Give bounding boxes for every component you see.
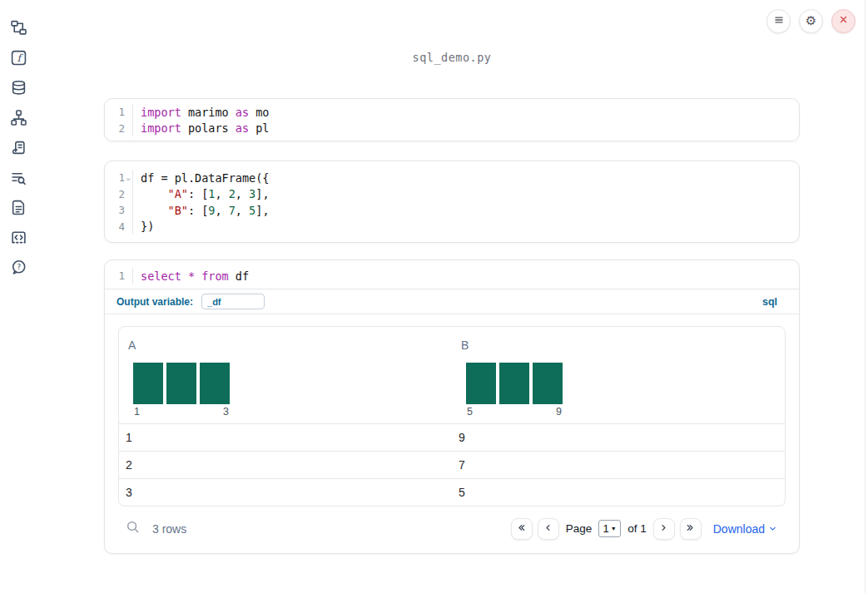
language-badge: sql bbox=[762, 296, 777, 308]
chevrons-left-icon bbox=[516, 521, 527, 536]
page-select[interactable]: 1 ▼ bbox=[598, 520, 621, 537]
code-snippet-icon[interactable] bbox=[9, 230, 27, 245]
column-name: B bbox=[461, 339, 776, 352]
axis-min-label: 5 bbox=[467, 406, 473, 418]
page-total-label: of 1 bbox=[627, 522, 647, 535]
search-icon[interactable] bbox=[126, 520, 140, 537]
column-header-A[interactable]: A13 bbox=[119, 327, 452, 423]
table-cell: 9 bbox=[452, 431, 785, 444]
gear-icon: ⚙ bbox=[806, 15, 816, 27]
histogram-bar bbox=[200, 363, 230, 404]
histogram-bar bbox=[133, 363, 163, 404]
row-count: 3 rows bbox=[152, 522, 186, 536]
close-icon bbox=[837, 13, 850, 29]
first-page-button[interactable] bbox=[511, 518, 533, 540]
document-icon[interactable] bbox=[9, 200, 27, 215]
window-controls: ⚙ bbox=[766, 9, 856, 33]
chevron-down-icon: ▼ bbox=[611, 526, 617, 531]
pagination: Page 1 ▼ of 1 bbox=[511, 518, 702, 540]
table-cell: 2 bbox=[119, 458, 452, 472]
menu-button[interactable] bbox=[766, 9, 791, 33]
help-icon[interactable]: ? bbox=[9, 259, 27, 275]
file-tree-icon[interactable] bbox=[9, 20, 27, 36]
page-label: Page bbox=[566, 522, 593, 535]
scroll-icon[interactable] bbox=[9, 140, 27, 156]
line-number: 1 bbox=[107, 106, 125, 118]
download-button[interactable]: Download bbox=[713, 522, 777, 536]
line-number: 2 bbox=[107, 122, 125, 135]
histogram-axis-labels: 13 bbox=[133, 404, 230, 418]
axis-max-label: 3 bbox=[223, 406, 229, 418]
code-text: "A": [1, 2, 3], bbox=[132, 186, 270, 203]
histogram-bar bbox=[466, 363, 496, 404]
code-cell-imports[interactable]: 1import marimo as mo2import polars as pl bbox=[104, 98, 800, 141]
line-number: 1 bbox=[107, 269, 125, 282]
chevron-down-icon bbox=[768, 522, 777, 536]
code-editor[interactable]: 1import marimo as mo2import polars as pl bbox=[105, 99, 799, 141]
download-label: Download bbox=[713, 522, 765, 536]
table-cell: 1 bbox=[119, 431, 452, 444]
shutdown-button[interactable] bbox=[831, 9, 856, 33]
chevrons-right-icon bbox=[685, 521, 696, 536]
output-variable-input[interactable] bbox=[201, 294, 265, 309]
helper-panel-sidebar: f ? bbox=[0, 20, 37, 275]
settings-button[interactable]: ⚙ bbox=[799, 9, 823, 33]
last-page-button[interactable] bbox=[680, 518, 702, 540]
notebook-filename[interactable]: sql_demo.py bbox=[104, 51, 800, 64]
table-row: 27 bbox=[119, 451, 785, 478]
database-icon[interactable] bbox=[9, 80, 27, 96]
sql-code-editor[interactable]: 1select * from df bbox=[105, 260, 799, 289]
code-text: "B": [9, 7, 5], bbox=[132, 202, 270, 219]
line-number: 1 bbox=[107, 171, 125, 184]
sql-cell: 1select * from df Output variable: sql A… bbox=[104, 259, 800, 554]
svg-text:f: f bbox=[17, 52, 23, 64]
code-cell-dataframe[interactable]: 1›df = pl.DataFrame({2 "A": [1, 2, 3],3 … bbox=[104, 161, 800, 243]
chevron-right-icon bbox=[658, 521, 669, 536]
histogram-bar bbox=[533, 363, 563, 404]
table-cell: 7 bbox=[452, 458, 785, 472]
page-edge-divider bbox=[865, 0, 866, 593]
next-page-button[interactable] bbox=[653, 518, 675, 540]
prev-page-button[interactable] bbox=[538, 518, 559, 540]
code-text: select * from df bbox=[132, 268, 249, 284]
table-body: 192735 bbox=[119, 423, 785, 506]
code-line[interactable]: 2 "A": [1, 2, 3], bbox=[107, 186, 799, 203]
table-cell: 5 bbox=[452, 486, 785, 499]
code-line[interactable]: 3 "B": [9, 7, 5], bbox=[107, 202, 799, 219]
chevron-left-icon bbox=[543, 521, 553, 536]
column-header-B[interactable]: B59 bbox=[452, 327, 785, 423]
code-line[interactable]: 4}) bbox=[107, 219, 799, 235]
dataframe-table: A13B59 192735 bbox=[118, 326, 786, 507]
code-text: }) bbox=[132, 219, 154, 235]
table-cell: 3 bbox=[119, 486, 452, 499]
output-variable-row: Output variable: sql bbox=[105, 289, 799, 314]
code-text: import polars as pl bbox=[132, 121, 269, 137]
column-histogram bbox=[133, 363, 443, 404]
code-text: import marimo as mo bbox=[132, 104, 269, 121]
column-name: A bbox=[128, 339, 443, 352]
code-line[interactable]: 2import polars as pl bbox=[107, 121, 799, 137]
axis-max-label: 9 bbox=[556, 406, 562, 418]
histogram-axis-labels: 59 bbox=[466, 404, 563, 418]
code-text: df = pl.DataFrame({ bbox=[132, 170, 269, 186]
function-square-icon[interactable]: f bbox=[9, 50, 27, 66]
list-search-icon[interactable] bbox=[9, 170, 27, 185]
dependency-graph-icon[interactable] bbox=[9, 110, 27, 126]
code-line[interactable]: 1import marimo as mo bbox=[107, 104, 799, 121]
svg-text:?: ? bbox=[17, 262, 21, 271]
line-number: 2 bbox=[107, 188, 125, 200]
page-select-value: 1 bbox=[603, 522, 609, 535]
column-histogram bbox=[466, 363, 776, 404]
table-footer: 3 rows Page 1 ▼ of 1 Download bbox=[105, 507, 799, 551]
table-row: 35 bbox=[119, 478, 785, 506]
line-number: 4 bbox=[107, 220, 125, 233]
output-variable-label: Output variable: bbox=[117, 296, 193, 308]
line-number: 3 bbox=[107, 204, 125, 216]
table-row: 19 bbox=[119, 423, 785, 451]
code-line[interactable]: 1select * from df bbox=[107, 268, 799, 284]
code-line[interactable]: 1›df = pl.DataFrame({ bbox=[107, 170, 799, 186]
histogram-bar bbox=[166, 363, 196, 404]
fold-chevron-icon[interactable]: › bbox=[125, 171, 132, 185]
histogram-bar bbox=[499, 363, 529, 404]
code-editor[interactable]: 1›df = pl.DataFrame({2 "A": [1, 2, 3],3 … bbox=[105, 161, 799, 239]
